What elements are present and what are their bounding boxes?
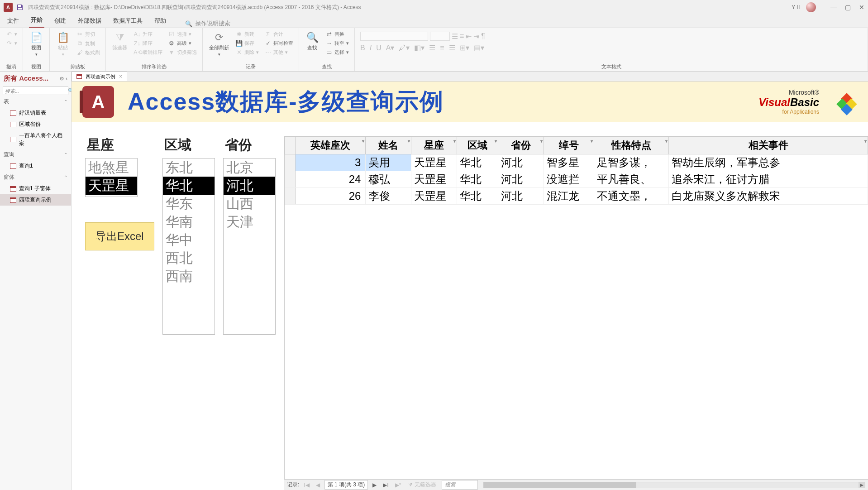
nav-dropdown-icon[interactable]: ⊙	[60, 76, 64, 82]
indent-dec-icon[interactable]: ⇤	[466, 32, 472, 41]
nav-search[interactable]: 🔍	[3, 86, 68, 95]
avatar[interactable]	[806, 2, 816, 12]
tab-home[interactable]: 开始	[29, 13, 44, 28]
nav-item-table[interactable]: 一百单八将个人档案	[0, 130, 71, 149]
horizontal-scrollbar[interactable]: ◀ ▶	[483, 482, 865, 488]
listbox-region[interactable]: 东北 华北 华东 华南 华中 西北 西南	[162, 158, 215, 335]
col-header[interactable]: 英雄座次▾	[296, 137, 366, 154]
gridlines-button[interactable]: ⊞▾	[460, 43, 469, 52]
nav-section-forms[interactable]: 窗体⌃	[0, 172, 71, 183]
listbox-province[interactable]: 北京 河北 山西 天津	[223, 158, 276, 335]
minimize-button[interactable]: —	[830, 4, 837, 11]
cell[interactable]: 智多星	[544, 154, 594, 171]
cell[interactable]: 白龙庙聚义多次解救宋	[669, 188, 868, 205]
align-center-button[interactable]: ≡	[440, 44, 444, 52]
nav-item-form[interactable]: 四联查询示例	[0, 194, 71, 206]
view-button[interactable]: 📄 视图 ▾	[27, 30, 46, 58]
col-header[interactable]: 姓名▾	[366, 137, 411, 154]
fill-color-button[interactable]: ◧▾	[414, 43, 424, 52]
select-button[interactable]: ▭选择▾	[324, 48, 351, 57]
list-option[interactable]: 山西	[224, 195, 275, 213]
list-option[interactable]: 西北	[163, 249, 215, 267]
cell[interactable]: 华北	[457, 188, 498, 205]
nav-item-form[interactable]: 查询1 子窗体	[0, 183, 71, 194]
sort-desc-button[interactable]: Z↓降序	[132, 39, 164, 48]
toggle-filter-button[interactable]: ▼切换筛选	[166, 48, 199, 57]
close-button[interactable]: ✕	[859, 4, 864, 11]
scroll-right-button[interactable]: ▶	[858, 482, 865, 488]
nav-item-table[interactable]: 好汉销量表	[0, 107, 71, 119]
cell[interactable]: 华北	[457, 154, 498, 171]
numbering-icon[interactable]: ≡	[460, 32, 464, 40]
dropdown-icon[interactable]: ▾	[362, 139, 364, 144]
clear-sort-button[interactable]: A⟲取消排序	[132, 48, 164, 57]
cell[interactable]: 天罡星	[411, 188, 457, 205]
text-dir-icon[interactable]: ¶	[481, 32, 485, 40]
cut-button[interactable]: ✂剪切	[74, 30, 102, 38]
cell[interactable]: 穆弘	[366, 171, 411, 188]
list-option[interactable]: 华东	[163, 195, 215, 213]
list-option[interactable]: 华中	[163, 231, 215, 249]
dropdown-icon[interactable]: ▾	[864, 139, 867, 144]
totals-button[interactable]: Σ合计	[262, 30, 295, 38]
dropdown-icon[interactable]: ▾	[591, 139, 593, 144]
filter-button[interactable]: ⧩ 筛选器	[110, 30, 130, 53]
cell[interactable]: 华北	[457, 171, 498, 188]
cell[interactable]: 河北	[498, 188, 544, 205]
dropdown-icon[interactable]: ▾	[665, 139, 668, 144]
list-option[interactable]: 北京	[224, 159, 275, 177]
row-selector[interactable]	[285, 154, 296, 171]
spelling-button[interactable]: ✓拼写检查	[262, 39, 295, 48]
bullets-icon[interactable]: ☰	[452, 32, 458, 41]
format-painter-button[interactable]: 🖌格式刷	[74, 48, 102, 57]
cell[interactable]: 3	[296, 154, 366, 171]
replace-button[interactable]: ⇄替换	[324, 30, 351, 38]
bold-button[interactable]: B	[360, 44, 365, 52]
font-color-button[interactable]: A▾	[386, 43, 395, 52]
paste-button[interactable]: 📋 粘贴 ▾	[53, 30, 72, 58]
tab-create[interactable]: 创建	[52, 14, 68, 28]
table-row[interactable]: 24穆弘天罡星华北河北没遮拦平凡善良、追杀宋江，征讨方腊	[285, 171, 868, 188]
delete-record-button[interactable]: ✕删除▾	[234, 48, 261, 57]
col-header[interactable]: 星座▾	[411, 137, 457, 154]
prev-record-button[interactable]: ◀	[314, 482, 322, 488]
table-row[interactable]: 26李俊天罡星华北河北混江龙不通文墨，白龙庙聚义多次解救宋	[285, 188, 868, 205]
document-tab[interactable]: 四联查询示例 ×	[72, 72, 127, 81]
cell[interactable]: 天罡星	[411, 154, 457, 171]
table-row[interactable]: 3吴用天罡星华北河北智多星足智多谋，智劫生辰纲，军事总参	[285, 154, 868, 171]
cell[interactable]: 没遮拦	[544, 171, 594, 188]
col-header[interactable]: 性格特点▾	[594, 137, 669, 154]
nav-item-table[interactable]: 区域省份	[0, 119, 71, 130]
close-tab-button[interactable]: ×	[119, 73, 122, 80]
list-option[interactable]: 天津	[224, 213, 275, 231]
new-record-button[interactable]: ✱新建	[234, 30, 261, 38]
italic-button[interactable]: I	[370, 44, 372, 52]
list-option[interactable]: 西南	[163, 267, 215, 285]
list-option[interactable]: 天罡星	[86, 177, 137, 195]
col-header[interactable]: 绰号▾	[544, 137, 594, 154]
list-option[interactable]: 东北	[163, 159, 215, 177]
results-datasheet[interactable]: 英雄座次▾ 姓名▾ 星座▾ 区域▾ 省份▾ 绰号▾ 性格特点▾ 相关事件▾ 3吴…	[284, 136, 868, 479]
refresh-all-button[interactable]: ⟳ 全部刷新 ▾	[206, 30, 232, 58]
dropdown-icon[interactable]: ▾	[540, 139, 543, 144]
row-selector[interactable]	[285, 188, 296, 205]
col-header[interactable]: 省份▾	[498, 137, 544, 154]
more-button[interactable]: ⋯其他▾	[262, 48, 295, 57]
cell[interactable]: 平凡善良、	[594, 171, 669, 188]
last-record-button[interactable]: ▶I	[381, 482, 390, 488]
undo-button[interactable]: ↶▾	[4, 30, 19, 38]
align-right-button[interactable]: ☰	[449, 43, 455, 52]
nav-section-tables[interactable]: 表⌃	[0, 96, 71, 107]
col-header[interactable]: 区域▾	[457, 137, 498, 154]
tab-external-data[interactable]: 外部数据	[76, 14, 103, 28]
find-button[interactable]: 🔍 查找	[303, 30, 322, 53]
redo-button[interactable]: ↷▾	[4, 39, 19, 48]
align-left-button[interactable]: ☰	[429, 43, 435, 52]
dropdown-icon[interactable]: ▾	[453, 139, 456, 144]
cell[interactable]: 26	[296, 188, 366, 205]
underline-button[interactable]: U	[376, 44, 382, 52]
maximize-button[interactable]: ▢	[845, 4, 851, 11]
sort-asc-button[interactable]: A↓升序	[132, 30, 164, 38]
record-position[interactable]: 第 1 项(共 3 项)	[324, 480, 368, 490]
cell[interactable]: 24	[296, 171, 366, 188]
